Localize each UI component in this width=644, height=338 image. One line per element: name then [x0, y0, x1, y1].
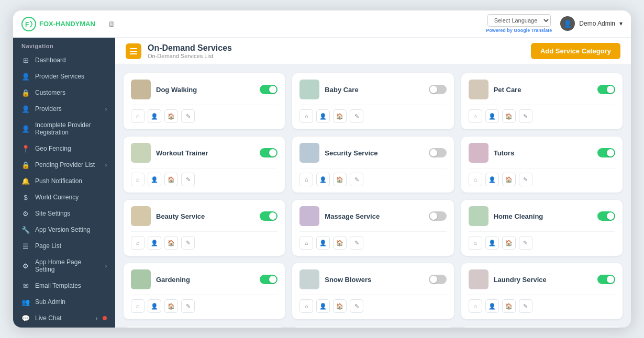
action-building-home-cleaning[interactable]: 🏠	[502, 236, 516, 250]
card-title-area-tutors: Tutors	[469, 143, 514, 163]
sidebar-item-provider-services[interactable]: 👤Provider Services	[13, 69, 115, 85]
action-home-beauty-service[interactable]: ⌂	[131, 236, 145, 250]
action-home-workout-trainer[interactable]: ⌂	[131, 173, 145, 186]
action-user-beauty-service[interactable]: 👤	[148, 236, 161, 250]
action-user-massage-service[interactable]: 👤	[316, 236, 330, 250]
service-card-security-service: Security Service ⌂ 👤 🏠 ✎	[292, 137, 453, 193]
action-home-gardening[interactable]: ⌂	[131, 299, 145, 313]
action-building-massage-service[interactable]: 🏠	[333, 236, 347, 250]
action-user-baby-care[interactable]: 👤	[316, 109, 330, 123]
card-header-snow-blowers: Snow Blowers	[299, 269, 446, 289]
toggle-baby-care[interactable]	[429, 85, 447, 94]
toggle-workout-trainer[interactable]	[260, 148, 277, 157]
sidebar-item-email-templates[interactable]: ✉Email Templates	[13, 278, 115, 294]
add-service-category-button[interactable]: Add Service Category	[531, 43, 620, 59]
action-user-home-cleaning[interactable]: 👤	[485, 236, 499, 250]
sidebar-item-pending-provider[interactable]: 🔒Pending Provider List›	[13, 157, 115, 173]
toggle-massage-service[interactable]	[429, 211, 447, 221]
action-user-laundry-service[interactable]: 👤	[485, 299, 499, 313]
action-edit-beauty-service[interactable]: ✎	[181, 236, 195, 250]
toggle-pet-care[interactable]	[597, 85, 615, 94]
card-header-laundry-service: Laundry Service	[469, 269, 615, 289]
action-user-pet-care[interactable]: 👤	[485, 109, 499, 123]
action-building-laundry-service[interactable]: 🏠	[502, 299, 516, 313]
action-user-tutors[interactable]: 👤	[485, 173, 499, 186]
action-edit-workout-trainer[interactable]: ✎	[181, 173, 195, 186]
action-building-workout-trainer[interactable]: 🏠	[164, 173, 178, 186]
action-home-home-cleaning[interactable]: ⌂	[469, 236, 482, 250]
action-home-security-service[interactable]: ⌂	[299, 173, 313, 186]
sidebar-item-app-version[interactable]: 🔧App Version Setting	[13, 222, 115, 238]
nav-label-live-chat: Live Chat	[35, 314, 91, 322]
toggle-laundry-service[interactable]	[597, 275, 615, 284]
nav-icon-app-version: 🔧	[21, 226, 30, 234]
sidebar-item-world-currency[interactable]: $World Currency	[13, 189, 115, 206]
toggle-snow-blowers[interactable]	[429, 275, 447, 284]
action-edit-dog-walking[interactable]: ✎	[181, 109, 195, 123]
action-building-dog-walking[interactable]: 🏠	[164, 109, 178, 123]
toggle-security-service[interactable]	[429, 148, 447, 157]
action-edit-home-cleaning[interactable]: ✎	[519, 236, 532, 250]
action-building-security-service[interactable]: 🏠	[333, 173, 347, 186]
service-name-massage-service: Massage Service	[325, 212, 380, 220]
action-building-gardening[interactable]: 🏠	[164, 299, 178, 313]
action-edit-laundry-service[interactable]: ✎	[519, 299, 532, 313]
action-building-beauty-service[interactable]: 🏠	[164, 236, 178, 250]
language-select[interactable]: Select Language English Spanish French	[487, 14, 551, 27]
sidebar-item-live-chat[interactable]: 💬Live Chat›	[13, 310, 115, 326]
card-header-pet-care: Pet Care	[469, 80, 615, 99]
action-edit-gardening[interactable]: ✎	[181, 299, 195, 313]
sidebar-item-geo-fencing[interactable]: 📍Geo Fencing	[13, 141, 115, 157]
toggle-dog-walking[interactable]	[260, 85, 277, 94]
nav-icon-incomplete-reg: 👤	[21, 125, 30, 133]
sidebar-item-sub-admin[interactable]: 👥Sub Admin	[13, 294, 115, 310]
sidebar-item-push-notification[interactable]: 🔔Push Notification	[13, 173, 115, 189]
action-edit-security-service[interactable]: ✎	[350, 173, 363, 186]
user-area[interactable]: 👤 Demo Admin ▾	[560, 16, 623, 31]
action-home-dog-walking[interactable]: ⌂	[131, 109, 145, 123]
toggle-beauty-service[interactable]	[260, 211, 277, 221]
toggle-home-cleaning[interactable]	[597, 211, 615, 221]
sidebar-item-incomplete-reg[interactable]: 👤Incomplete Provider Registration	[13, 117, 115, 141]
sidebar-item-site-settings[interactable]: ⚙Site Settings	[13, 206, 115, 222]
action-building-pet-care[interactable]: 🏠	[502, 109, 516, 123]
sidebar-item-page-list[interactable]: ☰Page List	[13, 238, 115, 254]
action-edit-massage-service[interactable]: ✎	[350, 236, 363, 250]
action-building-baby-care[interactable]: 🏠	[333, 109, 347, 123]
action-building-tutors[interactable]: 🏠	[502, 173, 516, 186]
nav-label-provider-services: Provider Services	[35, 73, 107, 80]
card-title-area-workout-trainer: Workout Trainer	[131, 143, 208, 163]
action-user-dog-walking[interactable]: 👤	[148, 109, 161, 123]
action-home-tutors[interactable]: ⌂	[469, 173, 482, 186]
action-edit-tutors[interactable]: ✎	[519, 173, 532, 186]
nav-label-push-notification: Push Notification	[35, 177, 107, 185]
action-home-snow-blowers[interactable]: ⌂	[299, 299, 313, 313]
action-edit-pet-care[interactable]: ✎	[519, 109, 532, 123]
action-home-pet-care[interactable]: ⌂	[469, 109, 482, 123]
service-thumb-baby-care	[299, 80, 319, 99]
action-user-gardening[interactable]: 👤	[148, 299, 161, 313]
toggle-gardening[interactable]	[260, 275, 277, 284]
action-edit-snow-blowers[interactable]: ✎	[350, 299, 363, 313]
sidebar-item-customers[interactable]: 🔒Customers	[13, 85, 115, 101]
action-user-security-service[interactable]: 👤	[316, 173, 330, 186]
action-edit-baby-care[interactable]: ✎	[350, 109, 363, 123]
card-actions-laundry-service: ⌂ 👤 🏠 ✎	[469, 295, 615, 313]
toggle-tutors[interactable]	[597, 148, 615, 157]
hamburger-button[interactable]	[126, 43, 141, 59]
action-home-massage-service[interactable]: ⌂	[299, 236, 313, 250]
nav-label-page-list: Page List	[35, 242, 107, 250]
sidebar-item-app-home[interactable]: ⚙App Home Page Setting›	[13, 254, 115, 278]
card-actions-massage-service: ⌂ 👤 🏠 ✎	[299, 231, 446, 250]
action-user-snow-blowers[interactable]: 👤	[316, 299, 330, 313]
action-building-snow-blowers[interactable]: 🏠	[333, 299, 347, 313]
action-user-workout-trainer[interactable]: 👤	[148, 173, 161, 186]
action-home-laundry-service[interactable]: ⌂	[469, 299, 482, 313]
service-card-maid-service: Maid Service ⌂ 👤 🏠 ✎	[124, 326, 285, 328]
service-name-security-service: Security Service	[325, 149, 377, 157]
sidebar-item-dashboard[interactable]: ⊞Dashboard	[13, 52, 115, 69]
service-card-pet-care: Pet Care ⌂ 👤 🏠 ✎	[461, 73, 623, 129]
nav-label-world-currency: World Currency	[35, 194, 107, 201]
sidebar-item-providers[interactable]: 👤Providers›	[13, 101, 115, 117]
action-home-baby-care[interactable]: ⌂	[299, 109, 313, 123]
